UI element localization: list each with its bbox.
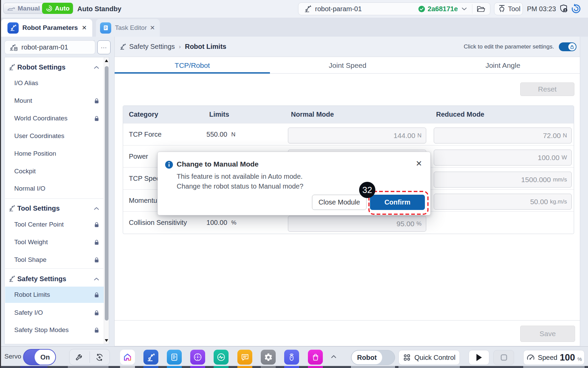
sync-restore-button[interactable] [571,4,581,14]
mode-manual-button[interactable]: Manual [4,5,42,12]
remote-icon [287,352,296,362]
scroll-up-icon[interactable] [105,59,108,62]
column-header-reduced-mode: Reduced Mode [436,106,484,123]
tree-item-normal-io[interactable]: Normal I/O [5,180,104,197]
taskbar-item [308,366,323,368]
input-reduced-tcp-speed[interactable]: 1500.000mm/s [434,172,572,188]
tab-joint-speed[interactable]: Joint Speed [270,57,425,74]
robot-parameters-icon [7,22,19,34]
tree-group-robot-settings[interactable]: Robot Settings [5,59,104,75]
app-jog[interactable] [190,350,205,365]
breadcrumb-section[interactable]: Safety Settings [129,43,175,51]
play-button[interactable] [469,350,489,365]
tree-item-home-position[interactable]: Home Position [5,146,104,162]
param-menu-button[interactable]: ... [97,40,111,54]
edit-lock-toggle[interactable] [559,42,576,51]
close-module-button[interactable]: Close Module [312,195,367,210]
tree-item-io-alias[interactable]: I/O Alias [5,75,104,91]
scrollbar-thumb[interactable] [105,66,109,321]
app-robot-params[interactable] [143,350,158,365]
stop-button[interactable] [493,350,514,365]
speed-unit: % [577,356,582,362]
app-dart-home[interactable] [120,350,135,365]
input-normal-tcp-force[interactable]: 144.00N [288,128,426,143]
divider [115,320,580,321]
mode-auto-button[interactable]: Auto [42,3,73,14]
input-reduced-power[interactable]: 100.00W [434,150,572,166]
close-tab-icon[interactable]: ✕ [150,24,155,32]
tab-task-editor[interactable]: Task Editor ✕ [96,19,160,37]
robot-clipboard-icon [9,43,18,52]
column-header-category: Category [129,106,158,123]
tab-tcp-robot[interactable]: TCP/Robot [115,57,270,74]
open-folder-button[interactable] [472,5,490,13]
tab-robot-parameters[interactable]: Robot Parameters ✕ [1,19,92,37]
tree-item-tool-center-point[interactable]: Tool Center Point [5,216,104,233]
tree-item-cockpit[interactable]: Cockpit [5,163,104,179]
annotation-step-badge: 32 [359,182,375,198]
jog-pad-icon [193,352,202,362]
jog-align-button[interactable] [90,349,110,365]
input-reduced-tcp-force[interactable]: 72.00N [434,128,572,143]
app-remote[interactable] [284,350,299,365]
tree-group-safety-settings[interactable]: Safety Settings [5,271,104,287]
mode-toggle[interactable]: Manual Auto [3,3,73,14]
scroll-down-icon[interactable] [105,339,108,342]
tree-item-safety-stop-modes[interactable]: Safety Stop Modes [5,322,104,338]
robot-sim-toggle[interactable]: Robot [351,350,395,365]
speed-control[interactable]: Speed 100 % [523,350,585,365]
taskbar-item [214,366,229,368]
sidebar-scrollbar[interactable] [104,57,109,344]
tree-item-user-coordinates[interactable]: User Coordinates [5,128,104,144]
sidebar-param-name-field[interactable]: robot-param-01 [4,40,95,54]
reset-button[interactable]: Reset [520,82,574,96]
maintenance-button[interactable] [70,349,90,365]
tree-item-world-coordinates[interactable]: World Coordinates [5,110,104,127]
dialog-close-icon[interactable]: ✕ [416,159,422,168]
input-reduced-momentum[interactable]: 50.00kg.m/s [434,194,572,210]
chat-icon [240,353,250,362]
close-tab-icon[interactable]: ✕ [82,24,87,32]
tool-button[interactable]: Tool [494,2,523,15]
tree-item-robot-limits[interactable]: Robot Limits [5,287,104,303]
shield-user-icon [559,4,569,14]
robot-icon [146,353,156,362]
app-settings[interactable] [261,350,276,365]
input-normal-collision[interactable]: 95.00% [288,216,426,232]
robot-icon [8,275,16,283]
lock-icon [94,327,99,333]
check-circle-icon [418,5,426,13]
app-monitoring[interactable] [214,350,229,365]
window-left-edge [0,0,1,368]
robot-icon [8,63,16,71]
gripper-icon [498,4,506,13]
tree-item-tool-shape[interactable]: Tool Shape [5,252,104,268]
play-icon [476,353,483,362]
robot-icon [119,43,126,50]
app-store[interactable] [308,350,323,365]
task-editor-icon [100,22,111,34]
security-user-button[interactable] [559,4,569,14]
quick-control-button[interactable]: Quick Control [398,350,460,365]
param-file-selector[interactable]: robot-param-01 2a68171e [298,2,490,15]
tab-joint-angle[interactable]: Joint Angle [425,57,581,74]
shopping-bag-icon [311,353,320,362]
chevron-down-icon[interactable] [461,7,467,11]
app-messages[interactable] [237,350,252,365]
tree-item-tool-weight[interactable]: Tool Weight [5,234,104,250]
taskbar-item [68,366,109,368]
column-header-normal-mode: Normal Mode [291,106,334,123]
chevron-up-icon [94,277,99,281]
collapse-dock-icon[interactable] [330,354,337,359]
lock-icon [94,98,99,104]
speed-value: 100 [560,352,575,363]
taskbar-item [351,366,395,368]
tree-group-tool-settings[interactable]: Tool Settings [5,200,104,216]
save-button[interactable]: Save [520,326,575,342]
dialog-title: Change to Manual Mode [177,160,259,168]
lock-icon [94,239,99,245]
app-task-editor[interactable] [167,350,182,365]
tree-item-safety-io[interactable]: Safety I/O [5,305,104,321]
tree-item-mount[interactable]: Mount [5,93,104,109]
servo-toggle[interactable]: On [23,349,56,365]
